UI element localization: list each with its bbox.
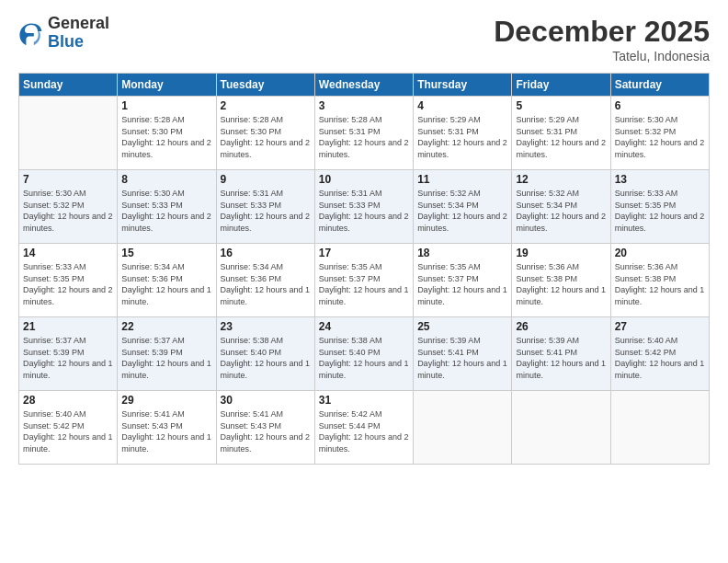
- logo-general-text: General: [48, 15, 109, 33]
- calendar-table: Sunday Monday Tuesday Wednesday Thursday…: [18, 73, 710, 465]
- day-number: 22: [121, 320, 211, 333]
- day-number: 7: [23, 173, 113, 186]
- table-row: 20Sunrise: 5:36 AM Sunset: 5:38 PM Dayli…: [610, 244, 709, 317]
- day-number: 26: [516, 320, 606, 333]
- day-number: 16: [221, 247, 311, 259]
- day-info: Sunrise: 5:41 AM Sunset: 5:43 PM Dayligh…: [121, 408, 211, 454]
- day-number: 9: [221, 173, 311, 186]
- day-info: Sunrise: 5:37 AM Sunset: 5:39 PM Dayligh…: [121, 335, 211, 381]
- logo-text: General Blue: [48, 15, 109, 52]
- day-info: Sunrise: 5:29 AM Sunset: 5:31 PM Dayligh…: [516, 114, 606, 160]
- day-info: Sunrise: 5:28 AM Sunset: 5:31 PM Dayligh…: [319, 114, 409, 160]
- day-number: 20: [615, 247, 705, 259]
- table-row: 8Sunrise: 5:30 AM Sunset: 5:33 PM Daylig…: [118, 170, 216, 244]
- col-thursday: Thursday: [414, 74, 512, 97]
- day-info: Sunrise: 5:32 AM Sunset: 5:34 PM Dayligh…: [516, 188, 606, 234]
- day-info: Sunrise: 5:38 AM Sunset: 5:40 PM Dayligh…: [319, 335, 409, 381]
- table-row: 2Sunrise: 5:28 AM Sunset: 5:30 PM Daylig…: [216, 97, 314, 170]
- day-number: 3: [319, 99, 409, 112]
- table-row: 13Sunrise: 5:33 AM Sunset: 5:35 PM Dayli…: [610, 170, 709, 244]
- day-info: Sunrise: 5:30 AM Sunset: 5:32 PM Dayligh…: [23, 188, 113, 234]
- day-number: 2: [221, 99, 311, 112]
- day-number: 28: [23, 394, 113, 407]
- table-row: 9Sunrise: 5:31 AM Sunset: 5:33 PM Daylig…: [216, 170, 314, 244]
- col-sunday: Sunday: [19, 74, 118, 97]
- day-number: 5: [516, 99, 606, 112]
- table-row: 4Sunrise: 5:29 AM Sunset: 5:31 PM Daylig…: [414, 97, 512, 170]
- table-row: 23Sunrise: 5:38 AM Sunset: 5:40 PM Dayli…: [216, 317, 314, 391]
- calendar-week-row: 14Sunrise: 5:33 AM Sunset: 5:35 PM Dayli…: [19, 244, 710, 317]
- table-row: 3Sunrise: 5:28 AM Sunset: 5:31 PM Daylig…: [314, 97, 413, 170]
- table-row: 11Sunrise: 5:32 AM Sunset: 5:34 PM Dayli…: [414, 170, 512, 244]
- location-subtitle: Tatelu, Indonesia: [494, 49, 710, 63]
- day-number: 6: [615, 99, 705, 112]
- logo: General Blue: [18, 15, 109, 52]
- table-row: 12Sunrise: 5:32 AM Sunset: 5:34 PM Dayli…: [512, 170, 610, 244]
- day-info: Sunrise: 5:31 AM Sunset: 5:33 PM Dayligh…: [319, 188, 409, 234]
- day-number: 15: [121, 247, 211, 259]
- day-number: 30: [221, 394, 311, 407]
- day-number: 4: [417, 99, 507, 112]
- day-info: Sunrise: 5:35 AM Sunset: 5:37 PM Dayligh…: [417, 261, 507, 307]
- day-number: 14: [23, 247, 113, 259]
- table-row: 15Sunrise: 5:34 AM Sunset: 5:36 PM Dayli…: [118, 244, 216, 317]
- day-number: 18: [417, 247, 507, 259]
- day-info: Sunrise: 5:35 AM Sunset: 5:37 PM Dayligh…: [319, 261, 409, 307]
- day-info: Sunrise: 5:39 AM Sunset: 5:41 PM Dayligh…: [516, 335, 606, 381]
- day-number: 11: [417, 173, 507, 186]
- day-info: Sunrise: 5:30 AM Sunset: 5:32 PM Dayligh…: [615, 114, 705, 160]
- day-info: Sunrise: 5:34 AM Sunset: 5:36 PM Dayligh…: [221, 261, 311, 307]
- day-number: 29: [121, 394, 211, 407]
- day-info: Sunrise: 5:33 AM Sunset: 5:35 PM Dayligh…: [615, 188, 705, 234]
- col-monday: Monday: [118, 74, 216, 97]
- day-number: 1: [121, 99, 211, 112]
- day-info: Sunrise: 5:40 AM Sunset: 5:42 PM Dayligh…: [615, 335, 705, 381]
- day-number: 17: [319, 247, 409, 259]
- day-info: Sunrise: 5:31 AM Sunset: 5:33 PM Dayligh…: [221, 188, 311, 234]
- table-row: 25Sunrise: 5:39 AM Sunset: 5:41 PM Dayli…: [414, 317, 512, 391]
- table-row: 31Sunrise: 5:42 AM Sunset: 5:44 PM Dayli…: [314, 391, 413, 465]
- day-number: 13: [615, 173, 705, 186]
- day-number: 24: [319, 320, 409, 333]
- day-info: Sunrise: 5:30 AM Sunset: 5:33 PM Dayligh…: [121, 188, 211, 234]
- day-info: Sunrise: 5:34 AM Sunset: 5:36 PM Dayligh…: [121, 261, 211, 307]
- title-block: December 2025 Tatelu, Indonesia: [494, 15, 710, 63]
- col-friday: Friday: [512, 74, 610, 97]
- day-info: Sunrise: 5:36 AM Sunset: 5:38 PM Dayligh…: [615, 261, 705, 307]
- day-info: Sunrise: 5:40 AM Sunset: 5:42 PM Dayligh…: [23, 408, 113, 454]
- table-row: [610, 391, 709, 465]
- table-row: 27Sunrise: 5:40 AM Sunset: 5:42 PM Dayli…: [610, 317, 709, 391]
- calendar-week-row: 1Sunrise: 5:28 AM Sunset: 5:30 PM Daylig…: [19, 97, 710, 170]
- page: General Blue December 2025 Tatelu, Indon…: [0, 0, 728, 563]
- day-number: 10: [319, 173, 409, 186]
- day-number: 25: [417, 320, 507, 333]
- table-row: 26Sunrise: 5:39 AM Sunset: 5:41 PM Dayli…: [512, 317, 610, 391]
- day-info: Sunrise: 5:41 AM Sunset: 5:43 PM Dayligh…: [221, 408, 311, 454]
- table-row: 7Sunrise: 5:30 AM Sunset: 5:32 PM Daylig…: [19, 170, 118, 244]
- day-info: Sunrise: 5:28 AM Sunset: 5:30 PM Dayligh…: [221, 114, 311, 160]
- day-number: 8: [121, 173, 211, 186]
- table-row: 22Sunrise: 5:37 AM Sunset: 5:39 PM Dayli…: [118, 317, 216, 391]
- table-row: 19Sunrise: 5:36 AM Sunset: 5:38 PM Dayli…: [512, 244, 610, 317]
- table-row: 10Sunrise: 5:31 AM Sunset: 5:33 PM Dayli…: [314, 170, 413, 244]
- table-row: 28Sunrise: 5:40 AM Sunset: 5:42 PM Dayli…: [19, 391, 118, 465]
- calendar-header-row: Sunday Monday Tuesday Wednesday Thursday…: [19, 74, 710, 97]
- day-number: 27: [615, 320, 705, 333]
- col-saturday: Saturday: [610, 74, 709, 97]
- day-number: 12: [516, 173, 606, 186]
- day-info: Sunrise: 5:42 AM Sunset: 5:44 PM Dayligh…: [319, 408, 409, 454]
- calendar-week-row: 7Sunrise: 5:30 AM Sunset: 5:32 PM Daylig…: [19, 170, 710, 244]
- table-row: 16Sunrise: 5:34 AM Sunset: 5:36 PM Dayli…: [216, 244, 314, 317]
- table-row: 21Sunrise: 5:37 AM Sunset: 5:39 PM Dayli…: [19, 317, 118, 391]
- day-number: 23: [221, 320, 311, 333]
- table-row: 29Sunrise: 5:41 AM Sunset: 5:43 PM Dayli…: [118, 391, 216, 465]
- table-row: 30Sunrise: 5:41 AM Sunset: 5:43 PM Dayli…: [216, 391, 314, 465]
- calendar-week-row: 28Sunrise: 5:40 AM Sunset: 5:42 PM Dayli…: [19, 391, 710, 465]
- day-number: 19: [516, 247, 606, 259]
- day-info: Sunrise: 5:37 AM Sunset: 5:39 PM Dayligh…: [23, 335, 113, 381]
- day-info: Sunrise: 5:29 AM Sunset: 5:31 PM Dayligh…: [417, 114, 507, 160]
- day-info: Sunrise: 5:28 AM Sunset: 5:30 PM Dayligh…: [121, 114, 211, 160]
- table-row: [414, 391, 512, 465]
- table-row: 17Sunrise: 5:35 AM Sunset: 5:37 PM Dayli…: [314, 244, 413, 317]
- day-info: Sunrise: 5:36 AM Sunset: 5:38 PM Dayligh…: [516, 261, 606, 307]
